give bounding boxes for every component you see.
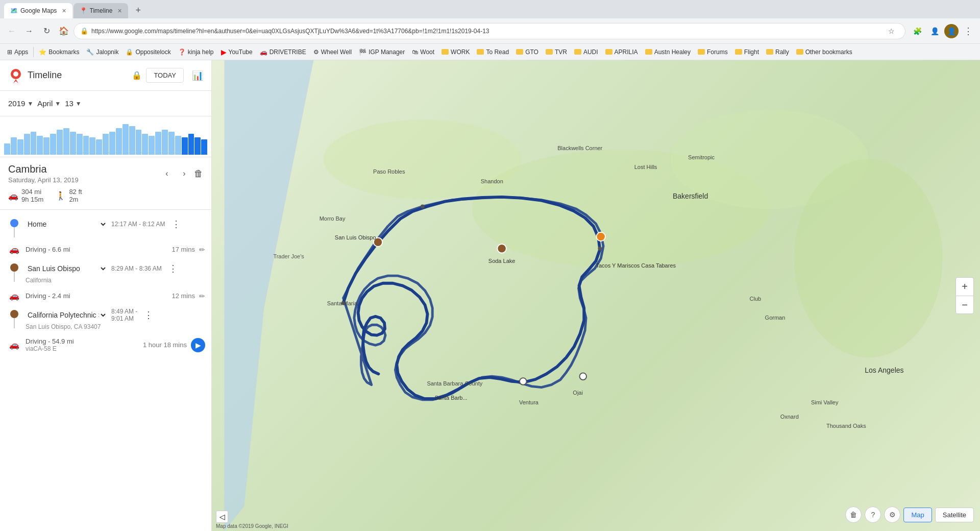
- chart-bar-10[interactable]: [70, 132, 76, 155]
- chart-bar-7[interactable]: [50, 134, 56, 155]
- chart-bar-20[interactable]: [136, 130, 142, 155]
- tab-timeline-close[interactable]: ×: [117, 7, 121, 15]
- bookmark-other[interactable]: Other bookmarks: [793, 46, 855, 58]
- chart-bar-9[interactable]: [63, 128, 69, 155]
- bookmark-rally[interactable]: Rally: [763, 46, 792, 58]
- account-icon[interactable]: 👤: [927, 23, 942, 39]
- chart-bar-3[interactable]: [24, 134, 30, 155]
- extensions-icon[interactable]: 🧩: [910, 23, 925, 39]
- slo-place-row: San Luis Obispo 8:29 AM - 8:36 AM ⋮: [26, 261, 205, 276]
- bookmark-bookmarks[interactable]: ⭐ Bookmarks: [36, 46, 82, 58]
- bookmark-jalopnik[interactable]: 🔧 Jalopnik: [83, 46, 121, 58]
- next-day-button[interactable]: ›: [177, 166, 192, 181]
- tab-timeline[interactable]: 📍 Timeline ×: [74, 3, 128, 18]
- bookmark-work[interactable]: WORK: [438, 46, 473, 58]
- chart-bar-13[interactable]: [89, 137, 95, 155]
- calpoly-sub: San Luis Obispo, CA 93407: [26, 323, 205, 330]
- tab-google-maps[interactable]: 🗺️ Google Maps ×: [4, 3, 72, 18]
- home-button[interactable]: 🏠: [56, 23, 71, 39]
- activity-chart[interactable]: [0, 116, 211, 157]
- bookmark-gto[interactable]: GTO: [513, 46, 542, 58]
- zoom-out-button[interactable]: −: [955, 296, 974, 314]
- tab-maps-close[interactable]: ×: [62, 7, 66, 15]
- profile-avatar[interactable]: 👤: [944, 24, 959, 38]
- home-more-button[interactable]: ⋮: [169, 217, 183, 231]
- map-background[interactable]: Bakersfield Morro Bay San Luis Obispo Tr…: [212, 60, 980, 531]
- chart-bar-27[interactable]: [182, 137, 188, 155]
- map-type-satellite-button[interactable]: Satellite: [935, 508, 974, 522]
- bookmark-kinja-label: kinja help: [188, 49, 214, 56]
- calpoly-more-button[interactable]: ⋮: [141, 308, 156, 322]
- menu-icon[interactable]: ⋮: [961, 23, 976, 39]
- timeline-line-1: [14, 227, 15, 237]
- chart-bar-29[interactable]: [194, 137, 201, 155]
- chart-bar-25[interactable]: [168, 132, 175, 155]
- chart-bar-14[interactable]: [96, 139, 102, 155]
- chart-bar-2[interactable]: [17, 139, 23, 155]
- today-button[interactable]: TODAY: [146, 68, 184, 83]
- slo-more-button[interactable]: ⋮: [166, 261, 180, 276]
- chart-bar-5[interactable]: [37, 136, 43, 155]
- bookmark-star-icon[interactable]: ☆: [886, 26, 897, 37]
- home-place-select[interactable]: Home: [26, 220, 107, 229]
- month-dropdown[interactable]: April ▼: [37, 99, 61, 108]
- bookmark-to-read[interactable]: To Read: [474, 46, 512, 58]
- bookmark-austin-healey[interactable]: Austn Healey: [642, 46, 694, 58]
- chart-bar-15[interactable]: [103, 134, 109, 155]
- bookmark-woot[interactable]: 🛍 Woot: [409, 46, 437, 58]
- delete-day-button[interactable]: 🗑: [194, 168, 203, 179]
- chart-bar-8[interactable]: [57, 130, 63, 155]
- chart-bar-17[interactable]: [116, 128, 122, 155]
- chart-bar-4[interactable]: [31, 132, 37, 155]
- drive-content-3: Driving - 54.9 mi viaCA-58 E 1 hour 18 m…: [26, 337, 205, 352]
- back-button[interactable]: ←: [4, 23, 19, 39]
- bookmark-audi[interactable]: AUDI: [571, 46, 601, 58]
- address-input[interactable]: 🔒 https://www.google.com/maps/timeline?h…: [74, 23, 905, 39]
- chart-bar-23[interactable]: [155, 132, 161, 155]
- drive-edit-icon-2[interactable]: ✏: [199, 292, 205, 300]
- bookmark-drivetribe[interactable]: 🚗 DRIVETRIBE: [257, 46, 309, 58]
- slo-place-select[interactable]: San Luis Obispo: [26, 264, 107, 273]
- prev-day-button[interactable]: ‹: [159, 166, 175, 181]
- chart-bar-11[interactable]: [77, 134, 83, 155]
- chart-bar-19[interactable]: [129, 126, 135, 155]
- chart-view-button[interactable]: 📊: [192, 70, 203, 81]
- chart-bar-6[interactable]: [43, 137, 50, 155]
- forward-button[interactable]: →: [21, 23, 37, 39]
- map-delete-button[interactable]: 🗑: [845, 506, 862, 523]
- calpoly-place-select[interactable]: California Polytechnic State University: [26, 310, 107, 320]
- bookmark-flight[interactable]: Flight: [732, 46, 762, 58]
- bookmark-forums[interactable]: Forums: [695, 46, 731, 58]
- year-dropdown[interactable]: 2019 ▼: [8, 99, 33, 108]
- bookmark-youtube[interactable]: ▶ YouTube: [218, 46, 256, 58]
- day-dropdown[interactable]: 13 ▼: [65, 99, 82, 108]
- bookmark-igp-manager[interactable]: 🏁 IGP Manager: [356, 46, 408, 58]
- map-settings-button[interactable]: ⚙: [884, 506, 900, 523]
- chart-bar-21[interactable]: [142, 134, 148, 155]
- bookmark-wheel-well[interactable]: ⚙ Wheel Well: [310, 46, 355, 58]
- bookmark-aprilia[interactable]: APRILIA: [602, 46, 641, 58]
- timeline-scroll[interactable]: Cambria Saturday, April 13, 2019 ‹ › 🗑 🚗: [0, 157, 211, 531]
- chart-bar-30[interactable]: [201, 139, 207, 155]
- chart-bar-0[interactable]: [4, 143, 10, 155]
- reload-button[interactable]: ↻: [39, 23, 54, 39]
- bookmark-oppositelock[interactable]: 🔒 Oppositelock: [122, 46, 174, 58]
- bookmark-apps[interactable]: ⊞ Apps: [4, 46, 31, 58]
- chart-bar-18[interactable]: [122, 124, 129, 155]
- bookmark-tvr[interactable]: TVR: [543, 46, 570, 58]
- map-type-map-button[interactable]: Map: [903, 508, 932, 522]
- chart-bar-12[interactable]: [83, 136, 89, 155]
- chart-bar-28[interactable]: [188, 134, 194, 155]
- map-collapse-button[interactable]: ◁: [216, 511, 228, 523]
- chart-bar-22[interactable]: [149, 136, 155, 155]
- zoom-in-button[interactable]: +: [955, 277, 974, 296]
- chart-bar-24[interactable]: [162, 130, 168, 155]
- bookmark-kinja-help[interactable]: ❓ kinja help: [175, 46, 217, 58]
- chart-bar-26[interactable]: [175, 136, 181, 155]
- chart-bar-16[interactable]: [109, 132, 115, 155]
- map-help-button[interactable]: ?: [865, 506, 881, 523]
- new-tab-button[interactable]: +: [131, 3, 145, 17]
- chart-bar-1[interactable]: [11, 137, 17, 155]
- play-route-button[interactable]: ▶: [191, 338, 205, 352]
- drive-edit-icon-1[interactable]: ✏: [199, 246, 205, 254]
